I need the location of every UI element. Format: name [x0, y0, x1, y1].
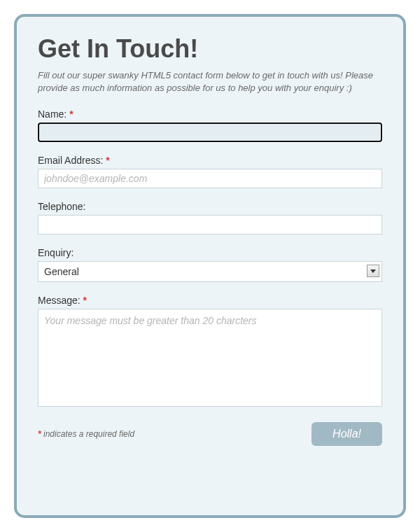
message-label: Message: *	[38, 295, 382, 306]
submit-button[interactable]: Holla!	[312, 422, 382, 446]
email-input[interactable]	[38, 169, 382, 188]
contact-form-card: Get In Touch! Fill out our super swanky …	[14, 14, 406, 518]
field-group-email: Email Address: *	[38, 155, 382, 188]
form-title: Get In Touch!	[38, 34, 382, 64]
field-group-telephone: Telephone:	[38, 201, 382, 234]
required-note: * indicates a required field	[38, 429, 134, 439]
email-label-text: Email Address:	[38, 155, 103, 166]
field-group-message: Message: *	[38, 295, 382, 410]
required-star-icon: *	[106, 155, 109, 166]
email-label: Email Address: *	[38, 155, 382, 166]
telephone-label-text: Telephone:	[38, 201, 86, 212]
form-subtitle: Fill out our super swanky HTML5 contact …	[38, 69, 382, 94]
enquiry-label: Enquiry:	[38, 247, 382, 258]
message-label-text: Message:	[38, 295, 80, 306]
telephone-input[interactable]	[38, 215, 382, 234]
telephone-label: Telephone:	[38, 201, 382, 212]
required-star-icon: *	[69, 108, 73, 120]
enquiry-select[interactable]: General	[38, 261, 382, 282]
required-note-text: indicates a required field	[43, 429, 134, 439]
name-input[interactable]	[38, 122, 382, 142]
enquiry-select-wrapper: General	[38, 261, 382, 282]
required-star-icon: *	[83, 295, 87, 306]
required-star-icon: *	[38, 429, 41, 439]
enquiry-label-text: Enquiry:	[38, 247, 74, 258]
name-label: Name: *	[38, 108, 382, 120]
field-group-name: Name: *	[38, 108, 382, 142]
message-textarea[interactable]	[38, 309, 382, 407]
form-footer: * indicates a required field Holla!	[38, 422, 382, 446]
field-group-enquiry: Enquiry: General	[38, 247, 382, 282]
name-label-text: Name:	[38, 108, 66, 120]
